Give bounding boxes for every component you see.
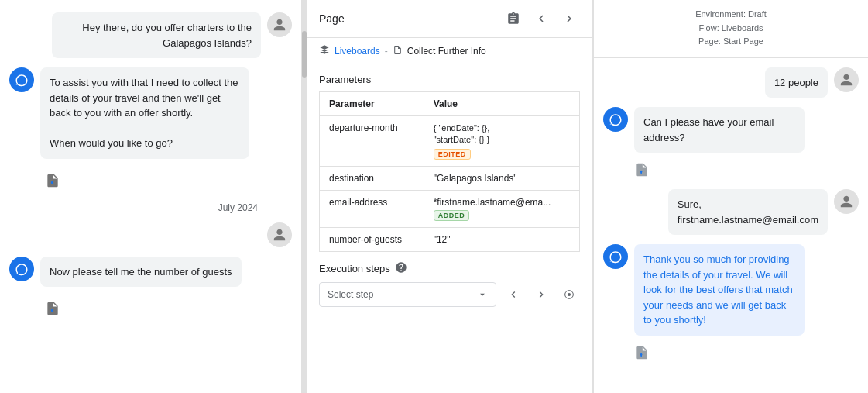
right-bot-bubble-1: Can I please have your email address? xyxy=(634,107,805,153)
breadcrumb: Liveboards - Collect Further Info xyxy=(307,38,592,64)
bot-bubble-1: To assist you with that I need to collec… xyxy=(40,67,249,159)
bot-avatar-1 xyxy=(9,67,34,92)
env-flow: Flow: Liveboards xyxy=(606,22,856,36)
user-avatar-1 xyxy=(267,12,292,37)
badge-edited: EDITED xyxy=(434,149,471,160)
svg-rect-9 xyxy=(640,353,642,357)
value-number-of-guests: "12" xyxy=(424,227,580,251)
right-chat-row-bot-2: Thank you so much for providing the deta… xyxy=(603,244,859,336)
svg-rect-7 xyxy=(640,171,642,174)
table-row: email-address *firstname.lastname@ema...… xyxy=(320,190,580,227)
file-page-icon xyxy=(393,45,403,57)
chat-row-user-2 xyxy=(9,222,292,247)
panel-header: Page xyxy=(307,0,592,38)
step-selector: Select step xyxy=(307,282,592,316)
breadcrumb-separator: - xyxy=(385,46,388,57)
breadcrumb-flow: Liveboards xyxy=(335,46,380,57)
right-chat-row-bot-1: Can I please have your email address? xyxy=(603,107,859,153)
left-chat-panel: Hey there, do you offer charters to the … xyxy=(0,0,302,393)
help-icon[interactable] xyxy=(395,261,407,276)
param-number-of-guests: number-of-guests xyxy=(320,227,424,251)
bot-bubble-2: Now please tell me the number of guests xyxy=(40,257,242,288)
table-row: destination "Galapagos Islands" xyxy=(320,166,580,190)
right-user-bubble-2: Sure,firstname.lastname@email.com xyxy=(668,189,828,235)
value-destination: "Galapagos Islands" xyxy=(424,166,580,190)
right-bot-avatar-1 xyxy=(603,107,628,132)
step-prev-btn[interactable] xyxy=(503,284,524,305)
right-chat-row-user-1: 12 people xyxy=(603,67,859,98)
value-email-address: *firstname.lastname@ema... ADDED xyxy=(424,190,580,227)
user-bubble-1: Hey there, do you offer charters to the … xyxy=(52,12,261,58)
middle-panel: Page Liveboards - Collect Further Info P… xyxy=(307,0,593,393)
chat-row-bot-2: Now please tell me the number of guests xyxy=(9,257,292,288)
right-user-avatar-1 xyxy=(834,67,859,92)
bot-avatar-2 xyxy=(9,257,34,281)
svg-rect-3 xyxy=(51,309,53,312)
parameters-table: Parameter Value departure-month { "endDa… xyxy=(319,91,580,252)
right-panel: Environment: Draft Flow: Liveboards Page… xyxy=(594,0,868,393)
right-bot-avatar-2 xyxy=(603,244,628,269)
step-target-btn[interactable] xyxy=(558,284,580,305)
chat-row-bot-1: To assist you with that I need to collec… xyxy=(9,67,292,159)
step-next-btn[interactable] xyxy=(530,284,552,305)
col-parameter: Parameter xyxy=(320,92,424,116)
env-page: Page: Start Page xyxy=(606,35,856,49)
step-dropdown[interactable]: Select step xyxy=(319,282,496,307)
right-bot-bubble-2: Thank you so much for providing the deta… xyxy=(634,244,805,336)
right-chat-row-user-2: Sure,firstname.lastname@email.com xyxy=(603,189,859,235)
table-row: number-of-guests "12" xyxy=(320,227,580,251)
header-icons xyxy=(503,8,580,29)
env-info: Environment: Draft Flow: Liveboards Page… xyxy=(594,0,868,57)
param-departure-month: departure-month xyxy=(320,116,424,167)
file-icon-2 xyxy=(40,296,65,321)
clipboard-icon-btn[interactable] xyxy=(503,8,524,29)
svg-rect-1 xyxy=(51,181,53,184)
value-departure-month: { "endDate": {},"startDate": {} } EDITED xyxy=(424,116,580,167)
nav-next-btn[interactable] xyxy=(558,8,580,29)
right-file-icon-2 xyxy=(634,345,859,363)
execution-section: Execution steps xyxy=(307,252,592,282)
breadcrumb-page: Collect Further Info xyxy=(407,46,486,57)
right-user-bubble-1: 12 people xyxy=(765,67,828,98)
env-environment: Environment: Draft xyxy=(606,8,856,22)
param-destination: destination xyxy=(320,166,424,190)
right-chat-area: 12 people Can I please have your email a… xyxy=(594,58,868,393)
parameters-title: Parameters xyxy=(307,64,592,91)
step-placeholder: Select step xyxy=(328,289,373,300)
date-label: July 2024 xyxy=(9,202,292,213)
param-email-address: email-address xyxy=(320,190,424,227)
badge-added: ADDED xyxy=(434,210,470,221)
file-icon-1 xyxy=(40,168,65,193)
right-user-avatar-2 xyxy=(834,189,859,214)
execution-title: Execution steps xyxy=(319,263,390,274)
svg-point-4 xyxy=(568,293,571,296)
user-avatar-2 xyxy=(267,222,292,247)
table-row: departure-month { "endDate": {},"startDa… xyxy=(320,116,580,167)
panel-title: Page xyxy=(319,12,345,25)
liveboards-icon xyxy=(319,44,330,57)
chat-row-user-1: Hey there, do you offer charters to the … xyxy=(9,12,292,58)
right-file-icon-1 xyxy=(634,162,859,180)
col-value: Value xyxy=(424,92,580,116)
nav-prev-btn[interactable] xyxy=(530,8,552,29)
